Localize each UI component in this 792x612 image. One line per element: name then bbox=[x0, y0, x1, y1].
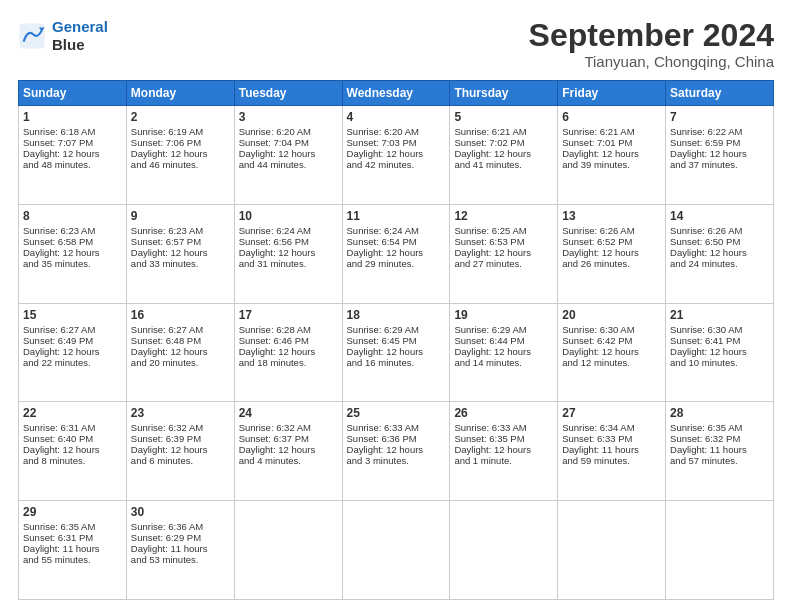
cell-line: Sunset: 6:59 PM bbox=[670, 137, 769, 148]
cell-line: Sunrise: 6:21 AM bbox=[562, 126, 661, 137]
calendar-body: 1Sunrise: 6:18 AMSunset: 7:07 PMDaylight… bbox=[19, 106, 774, 600]
day-number: 2 bbox=[131, 110, 230, 124]
calendar-header-friday: Friday bbox=[558, 81, 666, 106]
cell-line: Daylight: 12 hours bbox=[347, 346, 446, 357]
calendar-cell: 26Sunrise: 6:33 AMSunset: 6:35 PMDayligh… bbox=[450, 402, 558, 501]
day-number: 10 bbox=[239, 209, 338, 223]
calendar-cell: 16Sunrise: 6:27 AMSunset: 6:48 PMDayligh… bbox=[126, 303, 234, 402]
day-number: 14 bbox=[670, 209, 769, 223]
cell-line: Sunrise: 6:26 AM bbox=[670, 225, 769, 236]
calendar-cell: 7Sunrise: 6:22 AMSunset: 6:59 PMDaylight… bbox=[666, 106, 774, 205]
cell-line: Daylight: 12 hours bbox=[454, 346, 553, 357]
cell-line: and 48 minutes. bbox=[23, 159, 122, 170]
calendar-cell: 10Sunrise: 6:24 AMSunset: 6:56 PMDayligh… bbox=[234, 204, 342, 303]
cell-line: and 14 minutes. bbox=[454, 357, 553, 368]
cell-line: Sunset: 6:48 PM bbox=[131, 335, 230, 346]
cell-line: Sunrise: 6:26 AM bbox=[562, 225, 661, 236]
location: Tianyuan, Chongqing, China bbox=[529, 53, 774, 70]
cell-line: Sunset: 6:32 PM bbox=[670, 433, 769, 444]
cell-line: Sunset: 6:50 PM bbox=[670, 236, 769, 247]
calendar-cell: 9Sunrise: 6:23 AMSunset: 6:57 PMDaylight… bbox=[126, 204, 234, 303]
cell-line: Daylight: 12 hours bbox=[23, 148, 122, 159]
day-number: 24 bbox=[239, 406, 338, 420]
day-number: 11 bbox=[347, 209, 446, 223]
cell-line: Daylight: 12 hours bbox=[131, 444, 230, 455]
cell-line: and 3 minutes. bbox=[347, 455, 446, 466]
calendar-cell: 8Sunrise: 6:23 AMSunset: 6:58 PMDaylight… bbox=[19, 204, 127, 303]
cell-line: and 41 minutes. bbox=[454, 159, 553, 170]
cell-line: and 55 minutes. bbox=[23, 554, 122, 565]
day-number: 5 bbox=[454, 110, 553, 124]
cell-line: Daylight: 12 hours bbox=[562, 346, 661, 357]
cell-line: Sunrise: 6:31 AM bbox=[23, 422, 122, 433]
cell-line: Sunset: 6:39 PM bbox=[131, 433, 230, 444]
cell-line: and 42 minutes. bbox=[347, 159, 446, 170]
cell-line: Daylight: 12 hours bbox=[131, 247, 230, 258]
calendar-cell: 14Sunrise: 6:26 AMSunset: 6:50 PMDayligh… bbox=[666, 204, 774, 303]
cell-line: Sunrise: 6:20 AM bbox=[239, 126, 338, 137]
cell-line: Daylight: 11 hours bbox=[670, 444, 769, 455]
cell-line: Sunset: 6:35 PM bbox=[454, 433, 553, 444]
cell-line: Sunset: 6:31 PM bbox=[23, 532, 122, 543]
logo-text: General Blue bbox=[52, 18, 108, 54]
day-number: 7 bbox=[670, 110, 769, 124]
cell-line: Sunrise: 6:23 AM bbox=[131, 225, 230, 236]
logo-line2: Blue bbox=[52, 36, 108, 54]
day-number: 18 bbox=[347, 308, 446, 322]
calendar-cell: 13Sunrise: 6:26 AMSunset: 6:52 PMDayligh… bbox=[558, 204, 666, 303]
title-block: September 2024 Tianyuan, Chongqing, Chin… bbox=[529, 18, 774, 70]
calendar-cell: 3Sunrise: 6:20 AMSunset: 7:04 PMDaylight… bbox=[234, 106, 342, 205]
cell-line: Daylight: 12 hours bbox=[670, 148, 769, 159]
calendar-week-4: 22Sunrise: 6:31 AMSunset: 6:40 PMDayligh… bbox=[19, 402, 774, 501]
cell-line: Daylight: 12 hours bbox=[23, 444, 122, 455]
cell-line: and 37 minutes. bbox=[670, 159, 769, 170]
cell-line: and 1 minute. bbox=[454, 455, 553, 466]
cell-line: and 26 minutes. bbox=[562, 258, 661, 269]
cell-line: Sunrise: 6:24 AM bbox=[239, 225, 338, 236]
calendar-cell: 21Sunrise: 6:30 AMSunset: 6:41 PMDayligh… bbox=[666, 303, 774, 402]
cell-line: Sunrise: 6:27 AM bbox=[131, 324, 230, 335]
calendar-cell bbox=[342, 501, 450, 600]
cell-line: Sunrise: 6:30 AM bbox=[562, 324, 661, 335]
calendar-cell: 19Sunrise: 6:29 AMSunset: 6:44 PMDayligh… bbox=[450, 303, 558, 402]
cell-line: Daylight: 12 hours bbox=[239, 148, 338, 159]
calendar-cell: 27Sunrise: 6:34 AMSunset: 6:33 PMDayligh… bbox=[558, 402, 666, 501]
cell-line: Sunrise: 6:21 AM bbox=[454, 126, 553, 137]
cell-line: Sunrise: 6:32 AM bbox=[131, 422, 230, 433]
cell-line: Daylight: 12 hours bbox=[239, 247, 338, 258]
cell-line: and 16 minutes. bbox=[347, 357, 446, 368]
cell-line: Sunrise: 6:22 AM bbox=[670, 126, 769, 137]
calendar-cell: 24Sunrise: 6:32 AMSunset: 6:37 PMDayligh… bbox=[234, 402, 342, 501]
cell-line: and 4 minutes. bbox=[239, 455, 338, 466]
cell-line: and 39 minutes. bbox=[562, 159, 661, 170]
cell-line: Daylight: 12 hours bbox=[670, 247, 769, 258]
cell-line: Sunset: 6:41 PM bbox=[670, 335, 769, 346]
cell-line: Sunrise: 6:20 AM bbox=[347, 126, 446, 137]
cell-line: Daylight: 12 hours bbox=[23, 247, 122, 258]
calendar-cell: 25Sunrise: 6:33 AMSunset: 6:36 PMDayligh… bbox=[342, 402, 450, 501]
cell-line: Daylight: 12 hours bbox=[131, 148, 230, 159]
calendar-cell: 4Sunrise: 6:20 AMSunset: 7:03 PMDaylight… bbox=[342, 106, 450, 205]
day-number: 23 bbox=[131, 406, 230, 420]
cell-line: Sunrise: 6:29 AM bbox=[454, 324, 553, 335]
calendar-header-saturday: Saturday bbox=[666, 81, 774, 106]
cell-line: Sunrise: 6:36 AM bbox=[131, 521, 230, 532]
cell-line: Sunset: 6:45 PM bbox=[347, 335, 446, 346]
calendar-cell: 2Sunrise: 6:19 AMSunset: 7:06 PMDaylight… bbox=[126, 106, 234, 205]
calendar-cell: 22Sunrise: 6:31 AMSunset: 6:40 PMDayligh… bbox=[19, 402, 127, 501]
calendar-cell: 6Sunrise: 6:21 AMSunset: 7:01 PMDaylight… bbox=[558, 106, 666, 205]
day-number: 6 bbox=[562, 110, 661, 124]
cell-line: Daylight: 12 hours bbox=[454, 444, 553, 455]
page: General Blue September 2024 Tianyuan, Ch… bbox=[0, 0, 792, 612]
cell-line: Sunrise: 6:23 AM bbox=[23, 225, 122, 236]
cell-line: Sunrise: 6:34 AM bbox=[562, 422, 661, 433]
calendar-header-row: SundayMondayTuesdayWednesdayThursdayFrid… bbox=[19, 81, 774, 106]
cell-line: and 27 minutes. bbox=[454, 258, 553, 269]
day-number: 21 bbox=[670, 308, 769, 322]
cell-line: and 10 minutes. bbox=[670, 357, 769, 368]
cell-line: Sunset: 6:42 PM bbox=[562, 335, 661, 346]
cell-line: Sunset: 7:03 PM bbox=[347, 137, 446, 148]
cell-line: Sunset: 6:29 PM bbox=[131, 532, 230, 543]
calendar-cell: 30Sunrise: 6:36 AMSunset: 6:29 PMDayligh… bbox=[126, 501, 234, 600]
calendar-cell: 1Sunrise: 6:18 AMSunset: 7:07 PMDaylight… bbox=[19, 106, 127, 205]
